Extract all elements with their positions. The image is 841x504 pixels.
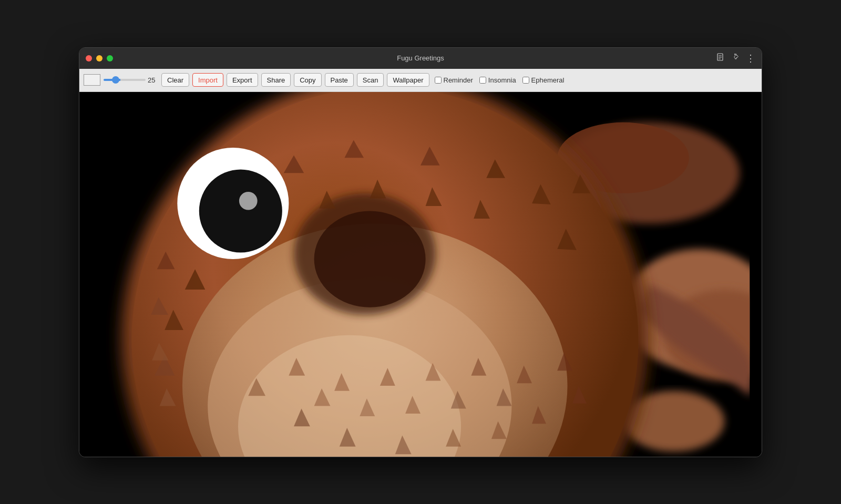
- paste-button[interactable]: Paste: [325, 73, 354, 87]
- ephemeral-checkbox-label[interactable]: Ephemeral: [522, 76, 565, 84]
- color-picker[interactable]: [84, 74, 100, 86]
- canvas-area[interactable]: [79, 92, 762, 457]
- insomnia-label: Insomnia: [488, 76, 516, 84]
- import-button[interactable]: Import: [192, 73, 223, 87]
- slider-value: 25: [148, 76, 158, 84]
- minimize-button[interactable]: [96, 55, 102, 61]
- window-title: Fugu Greetings: [397, 54, 444, 62]
- svg-point-20: [239, 191, 258, 210]
- maximize-button[interactable]: [107, 55, 113, 61]
- extensions-icon[interactable]: [731, 53, 740, 64]
- reminder-checkbox-label[interactable]: Reminder: [435, 76, 473, 84]
- size-slider[interactable]: [104, 79, 146, 81]
- reminder-checkbox[interactable]: [435, 77, 442, 84]
- insomnia-checkbox-label[interactable]: Insomnia: [479, 76, 516, 84]
- checkbox-group: Reminder Insomnia Ephemeral: [435, 76, 565, 84]
- wallpaper-button[interactable]: Wallpaper: [387, 73, 429, 87]
- titlebar: Fugu Greetings ⋮: [79, 48, 762, 69]
- titlebar-actions: ⋮: [716, 53, 755, 64]
- insomnia-checkbox[interactable]: [479, 77, 486, 84]
- svg-point-17: [314, 211, 426, 307]
- close-button[interactable]: [86, 55, 92, 61]
- reminder-label: Reminder: [444, 76, 473, 84]
- app-window: Fugu Greetings ⋮ 25 C: [79, 47, 762, 457]
- export-button[interactable]: Export: [227, 73, 258, 87]
- pufferfish-svg: [79, 92, 762, 457]
- copy-button[interactable]: Copy: [294, 73, 321, 87]
- document-icon[interactable]: [716, 53, 725, 64]
- traffic-lights: [86, 55, 113, 61]
- scan-button[interactable]: Scan: [357, 73, 384, 87]
- ephemeral-label: Ephemeral: [531, 76, 565, 84]
- svg-point-19: [199, 169, 282, 252]
- toolbar: 25 Clear Import Export Share Copy Paste …: [79, 69, 762, 92]
- size-slider-container: 25: [104, 76, 158, 84]
- share-button[interactable]: Share: [261, 73, 291, 87]
- pufferfish-illustration: [79, 92, 762, 457]
- clear-button[interactable]: Clear: [161, 73, 189, 87]
- more-options-icon[interactable]: ⋮: [746, 54, 755, 63]
- ephemeral-checkbox[interactable]: [522, 77, 529, 84]
